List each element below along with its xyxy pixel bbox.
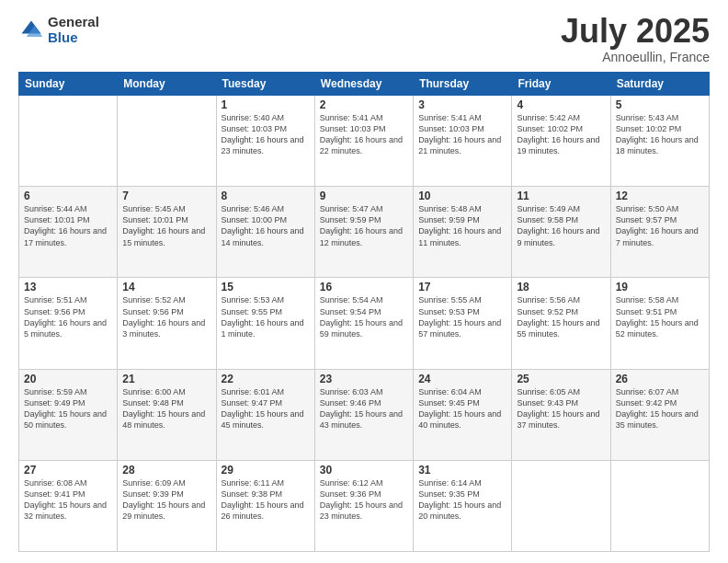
logo-general: General <box>48 15 99 30</box>
day-number: 22 <box>222 373 310 385</box>
header-monday: Monday <box>118 73 216 96</box>
logo-icon <box>18 17 44 43</box>
calendar-cell: 1 Sunrise: 5:40 AMSunset: 10:03 PMDaylig… <box>216 96 314 187</box>
day-info: Sunrise: 6:00 AMSunset: 9:48 PMDaylight:… <box>122 387 205 430</box>
calendar-cell: 11 Sunrise: 5:49 AMSunset: 9:58 PMDaylig… <box>512 187 610 278</box>
header-wednesday: Wednesday <box>314 73 413 96</box>
day-info: Sunrise: 6:04 AMSunset: 9:45 PMDaylight:… <box>418 387 501 430</box>
calendar-cell: 24 Sunrise: 6:04 AMSunset: 9:45 PMDaylig… <box>414 369 512 460</box>
day-info: Sunrise: 5:56 AMSunset: 9:52 PMDaylight:… <box>517 295 599 338</box>
calendar-cell: 22 Sunrise: 6:01 AMSunset: 9:47 PMDaylig… <box>216 369 314 460</box>
header-saturday: Saturday <box>610 73 709 96</box>
day-number: 27 <box>24 464 112 477</box>
day-info: Sunrise: 6:08 AMSunset: 9:41 PMDaylight:… <box>24 478 107 521</box>
calendar-cell: 19 Sunrise: 5:58 AMSunset: 9:51 PMDaylig… <box>610 278 709 369</box>
calendar-cell: 30 Sunrise: 6:12 AMSunset: 9:36 PMDaylig… <box>314 460 413 551</box>
day-number: 24 <box>418 373 506 385</box>
day-info: Sunrise: 5:55 AMSunset: 9:53 PMDaylight:… <box>418 295 501 338</box>
calendar-cell: 4 Sunrise: 5:42 AMSunset: 10:02 PMDaylig… <box>512 96 610 187</box>
calendar-week-4: 20 Sunrise: 5:59 AMSunset: 9:49 PMDaylig… <box>19 369 710 460</box>
day-number: 1 <box>222 98 310 111</box>
logo: General Blue <box>18 15 99 45</box>
day-info: Sunrise: 6:11 AMSunset: 9:38 PMDaylight:… <box>222 478 304 521</box>
day-number: 8 <box>222 190 310 202</box>
day-info: Sunrise: 5:41 AMSunset: 10:03 PMDaylight… <box>418 113 501 155</box>
calendar-week-5: 27 Sunrise: 6:08 AMSunset: 9:41 PMDaylig… <box>19 460 710 551</box>
day-info: Sunrise: 5:52 AMSunset: 9:56 PMDaylight:… <box>122 295 205 338</box>
page-header: General Blue July 2025 Annoeullin, Franc… <box>18 15 710 64</box>
day-number: 13 <box>24 281 112 293</box>
location: Annoeullin, France <box>561 50 710 64</box>
day-number: 11 <box>517 190 605 202</box>
calendar-cell: 16 Sunrise: 5:54 AMSunset: 9:54 PMDaylig… <box>314 278 413 369</box>
day-info: Sunrise: 6:07 AMSunset: 9:42 PMDaylight:… <box>616 387 699 430</box>
day-number: 10 <box>418 190 506 202</box>
day-number: 23 <box>320 373 408 385</box>
day-info: Sunrise: 6:03 AMSunset: 9:46 PMDaylight:… <box>320 387 403 430</box>
day-number: 25 <box>517 373 605 385</box>
day-info: Sunrise: 5:45 AMSunset: 10:01 PMDaylight… <box>122 204 205 247</box>
calendar-week-2: 6 Sunrise: 5:44 AMSunset: 10:01 PMDaylig… <box>19 187 710 278</box>
calendar-cell <box>610 460 709 551</box>
calendar-cell: 27 Sunrise: 6:08 AMSunset: 9:41 PMDaylig… <box>19 460 118 551</box>
day-info: Sunrise: 5:48 AMSunset: 9:59 PMDaylight:… <box>418 204 501 247</box>
header-tuesday: Tuesday <box>216 73 314 96</box>
calendar-cell: 18 Sunrise: 5:56 AMSunset: 9:52 PMDaylig… <box>512 278 610 369</box>
calendar-cell: 8 Sunrise: 5:46 AMSunset: 10:00 PMDaylig… <box>216 187 314 278</box>
header-thursday: Thursday <box>414 73 512 96</box>
month-title: July 2025 <box>561 15 710 48</box>
header-friday: Friday <box>512 73 610 96</box>
day-number: 2 <box>320 98 408 111</box>
day-info: Sunrise: 5:49 AMSunset: 9:58 PMDaylight:… <box>517 204 599 247</box>
day-info: Sunrise: 5:50 AMSunset: 9:57 PMDaylight:… <box>616 204 699 247</box>
day-number: 7 <box>122 190 210 202</box>
day-number: 14 <box>122 281 210 293</box>
day-number: 9 <box>320 190 408 202</box>
day-info: Sunrise: 5:41 AMSunset: 10:03 PMDaylight… <box>320 113 403 155</box>
calendar-cell: 15 Sunrise: 5:53 AMSunset: 9:55 PMDaylig… <box>216 278 314 369</box>
calendar-cell: 26 Sunrise: 6:07 AMSunset: 9:42 PMDaylig… <box>610 369 709 460</box>
day-number: 4 <box>517 98 605 111</box>
calendar-cell: 21 Sunrise: 6:00 AMSunset: 9:48 PMDaylig… <box>118 369 216 460</box>
calendar-cell <box>512 460 610 551</box>
day-info: Sunrise: 6:14 AMSunset: 9:35 PMDaylight:… <box>418 478 501 521</box>
logo-blue: Blue <box>48 30 99 46</box>
day-number: 31 <box>418 464 506 477</box>
calendar-week-1: 1 Sunrise: 5:40 AMSunset: 10:03 PMDaylig… <box>19 96 710 187</box>
day-info: Sunrise: 5:43 AMSunset: 10:02 PMDaylight… <box>616 113 699 155</box>
calendar-cell: 20 Sunrise: 5:59 AMSunset: 9:49 PMDaylig… <box>19 369 118 460</box>
day-info: Sunrise: 5:42 AMSunset: 10:02 PMDaylight… <box>517 113 599 155</box>
day-number: 15 <box>222 281 310 293</box>
calendar-cell: 23 Sunrise: 6:03 AMSunset: 9:46 PMDaylig… <box>314 369 413 460</box>
calendar-header-row: Sunday Monday Tuesday Wednesday Thursday… <box>19 73 710 96</box>
day-number: 16 <box>320 281 408 293</box>
day-info: Sunrise: 5:53 AMSunset: 9:55 PMDaylight:… <box>222 295 304 338</box>
day-info: Sunrise: 5:44 AMSunset: 10:01 PMDaylight… <box>24 204 107 247</box>
calendar-cell: 14 Sunrise: 5:52 AMSunset: 9:56 PMDaylig… <box>118 278 216 369</box>
day-info: Sunrise: 5:51 AMSunset: 9:56 PMDaylight:… <box>24 295 107 338</box>
day-number: 6 <box>24 190 112 202</box>
calendar-cell: 9 Sunrise: 5:47 AMSunset: 9:59 PMDayligh… <box>314 187 413 278</box>
calendar-table: Sunday Monday Tuesday Wednesday Thursday… <box>18 72 710 552</box>
calendar-cell: 17 Sunrise: 5:55 AMSunset: 9:53 PMDaylig… <box>414 278 512 369</box>
calendar-cell: 31 Sunrise: 6:14 AMSunset: 9:35 PMDaylig… <box>414 460 512 551</box>
day-info: Sunrise: 6:09 AMSunset: 9:39 PMDaylight:… <box>122 478 205 521</box>
day-number: 30 <box>320 464 408 477</box>
calendar-cell: 13 Sunrise: 5:51 AMSunset: 9:56 PMDaylig… <box>19 278 118 369</box>
title-block: July 2025 Annoeullin, France <box>561 15 710 64</box>
calendar-cell: 7 Sunrise: 5:45 AMSunset: 10:01 PMDaylig… <box>118 187 216 278</box>
day-number: 21 <box>122 373 210 385</box>
calendar-cell: 28 Sunrise: 6:09 AMSunset: 9:39 PMDaylig… <box>118 460 216 551</box>
day-number: 26 <box>616 373 704 385</box>
day-number: 5 <box>616 98 704 111</box>
calendar-cell: 2 Sunrise: 5:41 AMSunset: 10:03 PMDaylig… <box>314 96 413 187</box>
calendar-week-3: 13 Sunrise: 5:51 AMSunset: 9:56 PMDaylig… <box>19 278 710 369</box>
logo-text: General Blue <box>48 15 99 45</box>
day-info: Sunrise: 5:40 AMSunset: 10:03 PMDaylight… <box>222 113 304 155</box>
calendar-cell <box>19 96 118 187</box>
day-info: Sunrise: 5:46 AMSunset: 10:00 PMDaylight… <box>222 204 304 247</box>
day-number: 20 <box>24 373 112 385</box>
day-number: 17 <box>418 281 506 293</box>
day-info: Sunrise: 5:47 AMSunset: 9:59 PMDaylight:… <box>320 204 403 247</box>
calendar-cell: 12 Sunrise: 5:50 AMSunset: 9:57 PMDaylig… <box>610 187 709 278</box>
